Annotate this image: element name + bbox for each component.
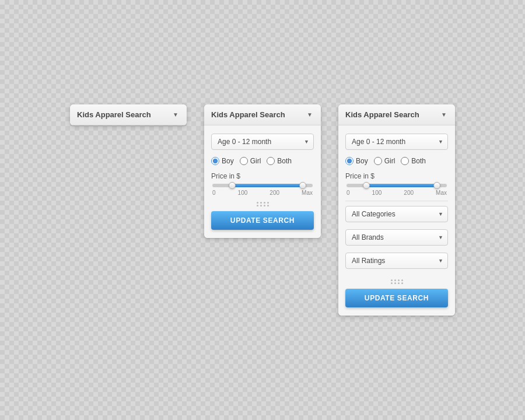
widget-title-medium: Kids Apparel Search [211, 110, 285, 119]
slider-label-100-medium: 100 [238, 190, 248, 196]
slider-thumb-left-medium[interactable] [229, 182, 236, 189]
radio-girl-label-large: Girl [384, 157, 396, 165]
resize-handle-medium[interactable] [211, 198, 314, 211]
radio-input-girl-medium[interactable] [240, 157, 248, 165]
gender-radio-group-medium: Boy Girl Both [211, 157, 314, 165]
slider-fill-medium [232, 184, 302, 187]
radio-input-girl-large[interactable] [374, 157, 382, 165]
brand-filter-wrapper: All Brands Nike Adidas Carter's ▼ [345, 229, 448, 246]
slider-thumb-right-large[interactable] [433, 182, 440, 189]
category-filter-wrapper: All Categories Tops Bottoms Dresses Oute… [345, 206, 448, 222]
age-filter-wrapper: Age 0 - 12 month Age 1 - 2 years Age 3 -… [211, 134, 314, 150]
slider-label-200-large: 200 [404, 190, 414, 196]
resize-dots-large [391, 279, 403, 284]
radio-both-large[interactable]: Both [401, 157, 426, 165]
slider-fill-large [366, 184, 436, 187]
widget-header-collapsed[interactable]: Kids Apparel Search ▼ [70, 104, 187, 125]
slider-label-100-large: 100 [372, 190, 382, 196]
resize-handle-large[interactable] [345, 276, 448, 289]
radio-input-boy-large[interactable] [345, 157, 354, 165]
radio-girl-large[interactable]: Girl [374, 157, 396, 165]
slider-label-0-medium: 0 [212, 190, 216, 196]
widget-title-collapsed: Kids Apparel Search [77, 110, 151, 119]
rating-select[interactable]: All Ratings 4 Stars & Up 3 Stars & Up [345, 253, 448, 269]
divider-1-large [345, 201, 448, 201]
widget-medium: Kids Apparel Search ▼ Age 0 - 12 month A… [204, 104, 321, 238]
slider-labels-medium: 0 100 200 Max [211, 190, 314, 196]
price-slider-medium[interactable]: 0 100 200 Max [211, 184, 314, 196]
radio-input-both-large[interactable] [401, 157, 409, 165]
widget-body-medium: Age 0 - 12 month Age 1 - 2 years Age 3 -… [204, 125, 321, 238]
age-filter-wrapper-large: Age 0 - 12 month Age 1 - 2 years Age 3 -… [345, 134, 448, 150]
price-label-medium: Price in $ [211, 172, 314, 180]
chevron-down-icon-large: ▼ [440, 111, 448, 119]
rating-filter-wrapper: All Ratings 4 Stars & Up 3 Stars & Up ▼ [345, 253, 448, 269]
slider-thumb-left-large[interactable] [363, 182, 370, 189]
widget-body-large: Age 0 - 12 month Age 1 - 2 years Age 3 -… [338, 125, 455, 316]
age-select[interactable]: Age 0 - 12 month Age 1 - 2 years Age 3 -… [211, 134, 314, 150]
radio-boy-label-medium: Boy [222, 157, 234, 165]
resize-dots-medium [257, 202, 269, 206]
widget-header-medium[interactable]: Kids Apparel Search ▼ [204, 104, 321, 125]
widget-collapsed: Kids Apparel Search ▼ [70, 104, 187, 125]
update-search-button-large[interactable]: UPDATE SEARCH [345, 289, 448, 307]
radio-input-both-medium[interactable] [267, 157, 275, 165]
radio-girl-medium[interactable]: Girl [240, 157, 261, 165]
radio-both-label-large: Both [411, 157, 426, 165]
radio-both-medium[interactable]: Both [267, 157, 292, 165]
slider-thumb-right-medium[interactable] [299, 182, 306, 189]
slider-label-max-large: Max [436, 190, 447, 196]
radio-boy-large[interactable]: Boy [345, 157, 368, 165]
update-search-button-medium[interactable]: UPDATE SEARCH [211, 211, 314, 230]
chevron-down-icon-medium: ▼ [306, 111, 314, 119]
gender-radio-group-large: Boy Girl Both [345, 157, 448, 165]
price-slider-large[interactable]: 0 100 200 Max [345, 184, 448, 196]
radio-girl-label-medium: Girl [250, 157, 261, 165]
brand-select[interactable]: All Brands Nike Adidas Carter's [345, 229, 448, 246]
slider-labels-large: 0 100 200 Max [345, 190, 448, 196]
radio-input-boy-medium[interactable] [211, 157, 219, 165]
radio-both-label-medium: Both [277, 157, 292, 165]
slider-track-large [346, 184, 447, 187]
age-select-large[interactable]: Age 0 - 12 month Age 1 - 2 years Age 3 -… [345, 134, 448, 150]
chevron-down-icon-collapsed: ▼ [172, 111, 180, 119]
category-select[interactable]: All Categories Tops Bottoms Dresses Oute… [345, 206, 448, 222]
slider-label-max-medium: Max [302, 190, 313, 196]
widget-title-large: Kids Apparel Search [345, 110, 419, 119]
radio-boy-label-large: Boy [356, 157, 368, 165]
widget-header-large[interactable]: Kids Apparel Search ▼ [338, 104, 455, 125]
radio-boy-medium[interactable]: Boy [211, 157, 234, 165]
price-label-large: Price in $ [345, 172, 448, 180]
scene: Kids Apparel Search ▼ Kids Apparel Searc… [70, 104, 455, 316]
slider-label-0-large: 0 [346, 190, 350, 196]
widget-large: Kids Apparel Search ▼ Age 0 - 12 month A… [338, 104, 455, 316]
slider-track-medium [212, 184, 313, 187]
slider-label-200-medium: 200 [270, 190, 279, 196]
